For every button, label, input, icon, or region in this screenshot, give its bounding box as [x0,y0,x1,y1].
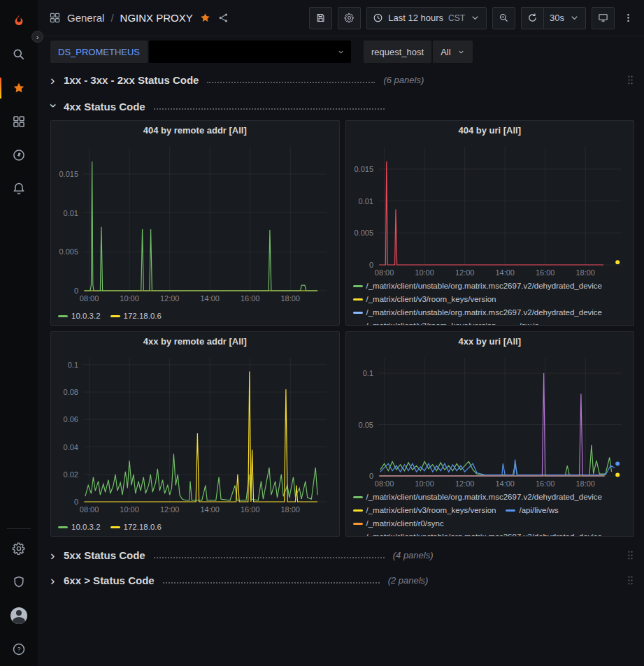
request-host-variable-value[interactable]: All [433,41,472,63]
chevron-down-icon [569,13,580,23]
time-range-picker[interactable]: Last 12 hours CST [366,7,487,29]
datasource-variable-label[interactable]: DS_PROMETHEUS [50,41,148,63]
svg-text:14:00: 14:00 [495,268,515,277]
refresh-interval-dropdown[interactable]: 30s [543,7,586,29]
legend-series-swatch [353,312,363,314]
legend-item[interactable]: 172.18.0.6 [110,310,162,323]
svg-text:0.08: 0.08 [64,388,78,396]
legend-series-label: /_matrix/client/r0/sync [366,517,444,530]
panel-title[interactable]: 404 by remote addr [All] [51,121,339,140]
svg-text:18:00: 18:00 [575,479,595,488]
row-title[interactable]: 4xx Status Code [64,101,145,113]
legend-item[interactable]: /_matrix/client/unstable/org.matrix.msc2… [353,280,603,293]
drag-handle-icon[interactable] [627,74,634,86]
panel-title[interactable]: 4xx by uri [All] [346,332,634,351]
svg-text:0.005: 0.005 [59,247,78,256]
svg-text:10:00: 10:00 [415,479,434,488]
legend-series-swatch [110,315,120,317]
time-series-chart[interactable]: 00.0050.010.01508:0010:0012:0014:0016:00… [350,140,630,280]
legend-series-label: 172.18.0.6 [124,521,162,534]
row-header-5xx[interactable]: › 5xx Status Code (4 panels) [50,545,634,565]
svg-text:0.015: 0.015 [59,170,78,178]
svg-text:10:00: 10:00 [120,294,139,303]
svg-text:10:00: 10:00 [120,505,139,514]
svg-text:0: 0 [74,498,78,506]
legend-item[interactable]: /_matrix/client/unstable/org.matrix.msc2… [353,306,603,319]
time-series-chart[interactable]: 00.0050.010.01508:0010:0012:0014:0016:00… [55,140,335,306]
legend-series-label: /_matrix/client/v3/room_keys/version [366,293,496,306]
panel-title[interactable]: 404 by uri [All] [346,121,634,140]
legend-series-swatch [353,298,363,301]
legend-item[interactable]: /_matrix/client/unstable/org.matrix.msc2… [353,491,603,504]
svg-text:0.05: 0.05 [358,421,373,429]
sidebar-item-search[interactable] [0,38,38,71]
svg-text:0.01: 0.01 [64,209,78,217]
drag-handle-icon[interactable] [627,549,634,561]
svg-text:18:00: 18:00 [280,294,300,303]
svg-text:?: ? [17,646,20,653]
sidebar-item-starred[interactable] [0,71,38,105]
row-header-1xx-3xx-2xx[interactable]: › 1xx - 3xx - 2xx Status Code (6 panels) [50,70,634,89]
row-title[interactable]: 5xx Status Code [64,549,145,561]
refresh-button[interactable] [521,7,543,29]
legend-item[interactable]: /_matrix/client/v3/room_keys/version [353,319,496,325]
request-host-variable-label[interactable]: request_host [364,41,431,63]
time-range-label: Last 12 hours [388,13,443,23]
kebab-menu-button[interactable] [620,7,636,29]
svg-text:12:00: 12:00 [455,479,474,488]
drag-handle-icon[interactable] [627,574,634,586]
sidebar-item-settings[interactable] [0,532,38,565]
legend-series-label: 10.0.3.2 [71,521,101,534]
legend-series-swatch [353,509,363,512]
panel-title[interactable]: 4xx by remote addr [All] [51,332,339,351]
svg-text:0.04: 0.04 [64,442,78,451]
zoom-out-button[interactable] [492,7,515,29]
sidebar-item-explore[interactable] [0,138,38,172]
dotted-leader [207,82,375,83]
row-title[interactable]: 6xx > Status Code [64,574,155,586]
row-header-6xx[interactable]: › 6xx > Status Code (2 panels) [50,570,634,590]
share-icon[interactable] [217,12,229,24]
breadcrumb-title[interactable]: NGINX PROXY [120,12,193,24]
legend-item[interactable]: 10.0.3.2 [58,521,101,534]
svg-text:12:00: 12:00 [160,294,180,303]
sidebar-item-server-admin[interactable] [0,565,38,599]
legend-item[interactable]: /sw.js [506,319,538,325]
svg-text:16:00: 16:00 [241,505,260,514]
sidebar-item-alerting[interactable] [0,172,38,205]
favorite-star-icon[interactable] [199,12,211,24]
sidebar-expand-button[interactable]: › [31,31,43,43]
save-dashboard-button[interactable] [309,7,332,29]
svg-text:18:00: 18:00 [575,268,595,277]
zoom-out-icon [499,13,509,23]
legend-item[interactable]: /_matrix/client/r0/sync [353,517,444,530]
chevron-down-icon [457,48,465,56]
dotted-leader [154,557,385,558]
breadcrumb-section[interactable]: General [67,12,104,24]
sidebar-item-help[interactable]: ? [0,632,38,666]
row-header-4xx[interactable]: › 4xx Status Code [50,96,634,116]
breadcrumb-separator: / [110,12,113,24]
datasource-picker[interactable] [149,41,351,63]
legend-item[interactable]: 10.0.3.2 [58,310,101,323]
dashboard-settings-button[interactable] [338,7,361,29]
svg-text:12:00: 12:00 [455,268,474,277]
tv-mode-button[interactable] [592,7,615,29]
user-avatar [10,607,27,624]
time-series-chart[interactable]: 00.050.108:0010:0012:0014:0016:0018:00 [350,351,630,491]
svg-text:16:00: 16:00 [535,268,554,277]
time-series-chart[interactable]: 00.020.040.060.080.108:0010:0012:0014:00… [55,351,335,517]
chart-legend: 10.0.3.2172.18.0.6 [51,517,339,536]
legend-item[interactable]: /_matrix/client/unstable/org.matrix.msc2… [353,530,603,536]
svg-text:0.1: 0.1 [362,369,373,377]
svg-text:18:00: 18:00 [280,505,300,514]
row-title[interactable]: 1xx - 3xx - 2xx Status Code [64,74,199,86]
legend-item[interactable]: /_matrix/client/v3/room_keys/version [353,293,496,306]
legend-item[interactable]: /api/live/ws [506,504,558,517]
sidebar-item-dashboards[interactable] [0,105,38,138]
legend-series-swatch [353,496,363,498]
sidebar-item-profile[interactable] [0,599,38,632]
legend-series-label: /_matrix/client/unstable/org.matrix.msc2… [366,530,603,536]
legend-item[interactable]: 172.18.0.6 [110,521,162,534]
legend-item[interactable]: /_matrix/client/v3/room_keys/version [353,504,496,517]
